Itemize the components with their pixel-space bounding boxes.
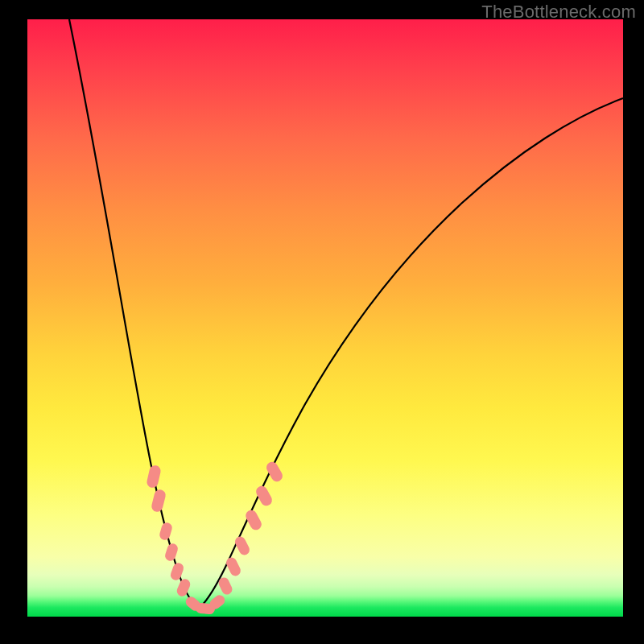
svg-rect-2: [159, 522, 174, 542]
bead-cluster-right-upper: [244, 460, 285, 532]
svg-rect-13: [254, 484, 275, 508]
svg-rect-10: [225, 555, 242, 577]
svg-rect-5: [175, 577, 192, 597]
curve-left-branch: [69, 19, 199, 609]
svg-rect-3: [163, 543, 179, 563]
svg-rect-14: [264, 460, 284, 484]
bottleneck-curve: [27, 19, 623, 617]
svg-rect-0: [146, 464, 162, 489]
curve-right-branch: [199, 98, 623, 609]
svg-rect-1: [151, 489, 167, 514]
svg-rect-4: [169, 561, 185, 581]
bead-cluster-bottom: [184, 593, 227, 615]
bead-cluster-right-lower: [217, 535, 251, 596]
